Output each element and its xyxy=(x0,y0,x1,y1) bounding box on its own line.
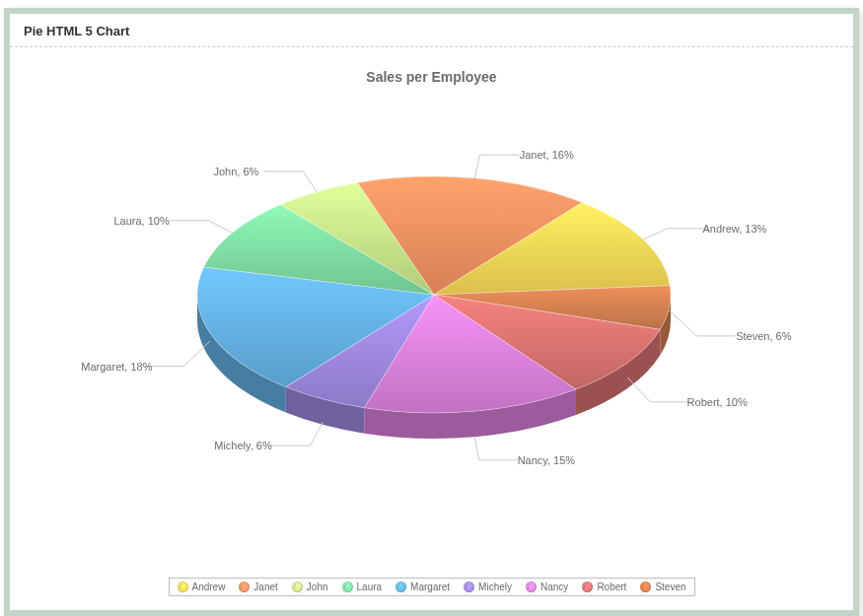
slice-label: Janet, 16% xyxy=(520,149,574,161)
chart-title: Sales per Employee xyxy=(10,47,853,93)
legend-label: Andrew xyxy=(191,582,225,592)
legend-swatch-icon xyxy=(342,582,353,592)
legend-item[interactable]: Janet xyxy=(239,582,277,592)
slice-label: Margaret, 18% xyxy=(81,361,152,373)
legend-swatch-icon xyxy=(292,582,303,592)
pie-svg xyxy=(10,93,853,516)
slice-label: Steven, 6% xyxy=(736,330,791,342)
slice-label: Robert, 10% xyxy=(687,396,748,408)
legend-item[interactable]: Margaret xyxy=(396,582,450,592)
legend-item[interactable]: Michely xyxy=(464,582,512,592)
legend-swatch-icon xyxy=(640,582,651,592)
slice-label: Laura, 10% xyxy=(113,215,169,227)
legend-label: John xyxy=(307,582,328,592)
legend: AndrewJanetJohnLauraMargaretMichelyNancy… xyxy=(168,578,694,596)
legend-label: Laura xyxy=(357,582,383,592)
legend-item[interactable]: John xyxy=(292,582,328,592)
panel: Pie HTML 5 Chart Sales per Employee Jane… xyxy=(4,8,859,616)
legend-label: Steven xyxy=(655,582,685,592)
slice-label: Nancy, 15% xyxy=(518,454,576,466)
slice-label: Michely, 6% xyxy=(214,440,271,451)
slice-label: John, 6% xyxy=(213,166,258,177)
legend-item[interactable]: Nancy xyxy=(526,582,568,592)
legend-swatch-icon xyxy=(464,582,474,592)
legend-item[interactable]: Laura xyxy=(342,582,383,592)
legend-swatch-icon xyxy=(239,582,250,592)
pie-chart: Janet, 16%Andrew, 13%Steven, 6%Robert, 1… xyxy=(10,93,853,516)
legend-swatch-icon xyxy=(396,582,406,592)
legend-item[interactable]: Steven xyxy=(640,582,685,592)
legend-label: Margaret xyxy=(410,582,450,592)
legend-item[interactable]: Andrew xyxy=(177,582,225,592)
legend-swatch-icon xyxy=(526,582,537,592)
legend-label: Nancy xyxy=(540,582,568,592)
legend-label: Janet xyxy=(253,582,277,592)
panel-header: Pie HTML 5 Chart xyxy=(10,14,853,47)
legend-swatch-icon xyxy=(177,582,187,592)
panel-title: Pie HTML 5 Chart xyxy=(24,24,129,38)
slice-label: Andrew, 13% xyxy=(703,223,767,235)
legend-item[interactable]: Robert xyxy=(582,582,626,592)
legend-label: Michely xyxy=(478,582,512,592)
legend-swatch-icon xyxy=(582,582,593,592)
legend-label: Robert xyxy=(597,582,626,592)
